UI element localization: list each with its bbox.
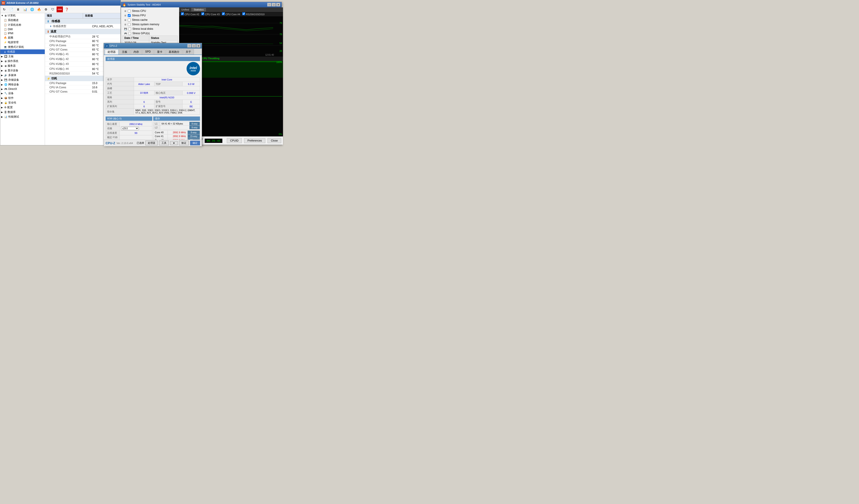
sidebar-item-security[interactable]: ▶ 🔒 安全性 xyxy=(0,101,45,105)
toolbar-refresh-btn[interactable]: ↻ xyxy=(1,6,7,12)
cpuz-processor-ref-btn[interactable]: 处理器 xyxy=(146,141,158,146)
cpuz-tab-bar: 处理器 主板 内存 SPD 显卡 基准跑分 关于 xyxy=(104,48,202,55)
aida64-toolbar: ↻ 📄 🖥 📊 🌐 🔥 ⚙ 🛡 OSD ❓ xyxy=(0,5,121,13)
toolbar-report-btn[interactable]: 📄 xyxy=(8,6,14,12)
stress-cpu-icon: 🖥 xyxy=(124,10,126,12)
sidebar-item-computer[interactable]: ▼ 🖥 计算机 xyxy=(0,13,45,18)
cpuz-tab-gpu[interactable]: 显卡 xyxy=(154,49,165,55)
sidebar-item-portable[interactable]: 💻 便携式计算机 xyxy=(0,45,45,49)
corespeed-label: 核心速度 xyxy=(106,122,120,126)
codename-label: 代号 xyxy=(106,82,134,86)
sidebar-item-database[interactable]: ▶ 🗄 数据库 xyxy=(0,110,45,114)
stress-disks-checkbox[interactable] xyxy=(128,28,131,30)
graph-cb-ssd[interactable]: RS256GSSD310 xyxy=(242,12,265,16)
spec-label: 规格 xyxy=(106,95,134,100)
sensor-type-label: 🌡 传感器类型 xyxy=(45,24,90,29)
graph-y-78: 78 xyxy=(280,33,282,35)
sidebar-item-overclock[interactable]: 🔥 超频 xyxy=(0,35,45,40)
tab-statistics[interactable]: Statistics xyxy=(192,8,206,11)
multiplier-select[interactable]: x29.0 xyxy=(121,127,139,130)
cpuz-footer: CPU-Z Ver. 2.13.0.x64 已选择 处理器 工具 ▼ 验证 确定 xyxy=(104,139,202,146)
graph-y-79: 79 xyxy=(280,22,282,25)
graph-cb-core3-input[interactable] xyxy=(201,12,204,15)
stress-cpu-checkbox[interactable] xyxy=(128,10,131,13)
cpuz-tab-about[interactable]: 关于 xyxy=(183,49,194,55)
cpuz-minimize-btn[interactable]: ─ xyxy=(187,44,192,48)
ext-family-value: 6 xyxy=(134,104,154,109)
graph-cb-core4[interactable]: CPU Core #4 xyxy=(222,12,240,16)
sidebar-item-config[interactable]: ▶ ⚙ 配置 xyxy=(0,105,45,110)
graph-cb-core3[interactable]: CPU Core #3 xyxy=(201,12,220,16)
toolbar-osd-btn[interactable]: OSD xyxy=(57,6,63,12)
stats-col-status: Status xyxy=(149,36,177,41)
cpuz-titlebar: Z CPU-Z ─ □ ✕ xyxy=(104,43,202,48)
toolbar-network-btn[interactable]: 🌐 xyxy=(29,6,35,12)
cpuz-ok-btn[interactable]: 确定 xyxy=(190,141,200,146)
sidebar-item-network[interactable]: ▶ 🌐 网络设备 xyxy=(0,82,45,87)
close-button[interactable]: Close xyxy=(268,138,281,143)
cpuz-tab-benchmark[interactable]: 基准跑分 xyxy=(166,49,182,55)
cpuz-tab-motherboard[interactable]: 主板 xyxy=(119,49,130,55)
multiplier-value: x29.0 xyxy=(120,126,152,131)
toolbar-motherboard-btn[interactable]: 🖥 xyxy=(15,6,21,12)
sidebar-item-dmi[interactable]: 📋 DMI xyxy=(0,27,45,31)
graph-cb-ssd-input[interactable] xyxy=(242,12,245,15)
toolbar-fire-btn[interactable]: 🔥 xyxy=(36,6,42,12)
cpuz-maximize-btn[interactable]: □ xyxy=(192,44,196,48)
stress-fpu-icon: 🖥 xyxy=(124,14,126,17)
graph-cb-core2[interactable]: CPU Core #2 xyxy=(181,12,199,16)
stress-cache-checkbox[interactable] xyxy=(128,18,131,21)
stability-maximize-btn[interactable]: □ xyxy=(272,3,276,6)
stability-minimize-btn[interactable]: ─ xyxy=(267,3,271,6)
cpuz-tools-btn[interactable]: 工具 xyxy=(159,141,169,146)
cpuz-tab-memory[interactable]: 内存 xyxy=(131,49,142,55)
sidebar-item-multimedia[interactable]: ▶ 🔊 多媒体 xyxy=(0,73,45,78)
preferences-button[interactable]: Preferences xyxy=(244,138,265,143)
busspeed-value: 99 xyxy=(120,131,152,135)
sidebar-item-software[interactable]: ▶ 📦 软件 xyxy=(0,96,45,101)
toolbar-memory-btn[interactable]: 📊 xyxy=(22,6,28,12)
sidebar-item-powermgmt[interactable]: ⚡ 电源管理 xyxy=(0,40,45,45)
toolbar-shield-btn[interactable]: 🛡 xyxy=(50,6,56,12)
rated-value xyxy=(120,135,152,140)
sidebar-item-motherboard[interactable]: ▶ 🔲 主板 xyxy=(0,54,45,59)
stress-fpu-checkbox[interactable] xyxy=(128,14,131,17)
sidebar-item-sysoverview[interactable]: 📋 系统概述 xyxy=(0,18,45,22)
stability-close-btn[interactable]: ✕ xyxy=(276,3,280,6)
table-row: 扩展系列 6 扩展型号 BE xyxy=(106,104,200,109)
multimedia-icon: 🔊 xyxy=(4,74,7,77)
os-expand-icon: ▶ xyxy=(1,60,4,62)
sidebar-item-ipmi[interactable]: 📋 IPMI xyxy=(0,31,45,35)
sidebar-item-sensors[interactable]: 🌡 传感器 xyxy=(0,49,45,54)
sidebar-item-devices[interactable]: ▶ 🔧 设备 xyxy=(0,91,45,96)
cache-l1-label: L1 xyxy=(153,122,160,126)
sidebar-computername-label: 计算机名称 xyxy=(8,23,21,27)
cpuid-button[interactable]: CPUID xyxy=(227,138,242,143)
sidebar-item-benchmark[interactable]: ▶ 📊 性能测试 xyxy=(0,114,45,119)
sidebar-item-computername[interactable]: 📋 计算机名称 xyxy=(0,22,45,27)
sidebar-ipmi-label: IPMI xyxy=(8,32,13,35)
graph-cb-core4-input[interactable] xyxy=(222,12,225,15)
sidebar-item-directx[interactable]: ▶ 🎮 DirectX xyxy=(0,87,45,91)
tab-unified[interactable]: Unified xyxy=(179,8,192,11)
stress-memory-checkbox[interactable] xyxy=(128,23,131,26)
cpuz-tab-spd[interactable]: SPD xyxy=(142,49,154,55)
cpuz-close-btn[interactable]: ✕ xyxy=(196,44,200,48)
server-icon: 🖥 xyxy=(4,65,7,67)
toolbar-cpu-btn[interactable]: ⚙ xyxy=(43,6,49,12)
cache-l2-assoc: 8-way xyxy=(189,126,200,129)
cpuz-tab-processor[interactable]: 处理器 xyxy=(105,49,119,55)
toolbar-help-btn[interactable]: ❓ xyxy=(63,6,70,12)
graph-y-28: 28 xyxy=(280,50,282,52)
sidebar-item-os[interactable]: ▶ 🖥 操作系统 xyxy=(0,59,45,63)
sidebar-item-server[interactable]: ▶ 🖥 服务器 xyxy=(0,63,45,68)
cpuz-validate-btn[interactable]: 验证 xyxy=(179,141,189,146)
cpuz-tools-dropdown-btn[interactable]: ▼ xyxy=(170,141,178,145)
sidebar-item-storage[interactable]: ▶ 💾 存储设备 xyxy=(0,78,45,82)
sidebar-item-display[interactable]: ▶ 🖥 显示设备 xyxy=(0,68,45,73)
stress-gpu-checkbox[interactable] xyxy=(128,32,131,35)
sidebar-benchmark-label: 性能测试 xyxy=(8,115,19,119)
sidebar-server-label: 服务器 xyxy=(7,64,16,68)
cpu1-core1-label: CPU #1/核心 #1 xyxy=(45,52,90,57)
graph-cb-core2-input[interactable] xyxy=(181,12,184,15)
